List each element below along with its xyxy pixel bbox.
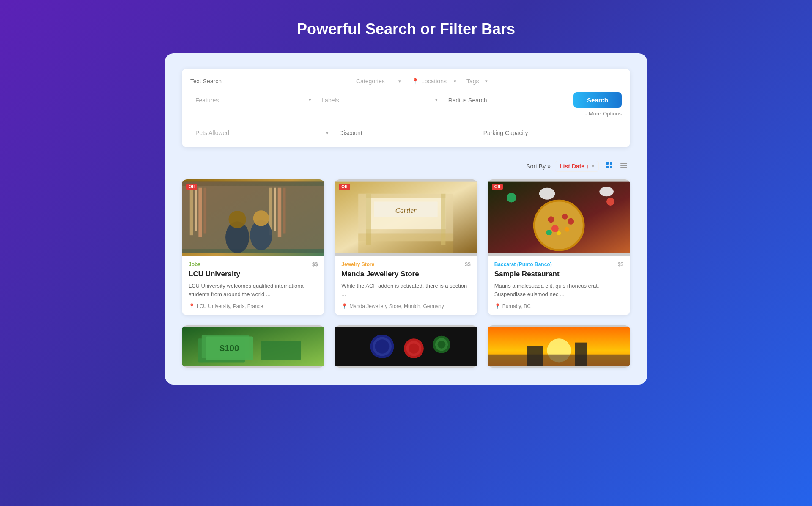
card-3-title: Sample Restaurant xyxy=(494,270,623,278)
svg-rect-16 xyxy=(278,188,281,237)
sort-value: List Date ↓ xyxy=(560,163,589,170)
location-icon: 📍 xyxy=(411,78,419,85)
svg-point-53 xyxy=(375,339,390,354)
labels-chevron: ▾ xyxy=(435,97,438,103)
labels-dropdown[interactable]: Labels ▾ xyxy=(316,94,443,106)
features-dropdown[interactable]: Features ▾ xyxy=(190,94,316,106)
card-2-category: Jewelry Store xyxy=(341,261,374,267)
cards-grid-bottom: $100 xyxy=(182,325,630,368)
svg-rect-29 xyxy=(359,233,454,253)
pets-chevron: ▾ xyxy=(326,130,329,136)
card-sample-restaurant[interactable]: Off Baccarat (Punto Banco) $$ Sample Res… xyxy=(488,179,630,315)
svg-rect-5 xyxy=(620,165,627,166)
card-3-badge: Off xyxy=(492,184,503,190)
tags-dropdown[interactable]: Tags ▾ xyxy=(461,75,622,87)
card-1-title: LCU University xyxy=(189,270,318,278)
grid-view-button[interactable] xyxy=(603,160,616,173)
card-2-desc: While the ACF addon is activated, there … xyxy=(341,282,470,298)
sort-arrow: » xyxy=(547,163,551,170)
card-2-title: Manda Jewellery Store xyxy=(341,270,470,278)
card-1-location: 📍 LCU University, Paris, France xyxy=(189,303,318,309)
categories-dropdown[interactable]: Categories ▾ xyxy=(351,75,406,87)
svg-point-39 xyxy=(557,231,561,235)
svg-rect-11 xyxy=(195,188,197,231)
card-1-body: Jobs $$ LCU University LCU University we… xyxy=(182,256,324,315)
card-3-desc: Mauris a malesuada elit, quis rhoncus er… xyxy=(494,282,623,298)
svg-rect-12 xyxy=(198,188,202,237)
card-manda-jewellery[interactable]: Cartier Off Jewelry Store $$ Manda Jewel… xyxy=(335,179,477,315)
svg-point-43 xyxy=(606,198,614,206)
locations-dropdown[interactable]: 📍 Locations ▾ xyxy=(406,75,461,87)
card-image-2: Cartier Off xyxy=(335,179,477,256)
card-2-body: Jewelry Store $$ Manda Jewellery Store W… xyxy=(335,256,477,315)
tags-chevron: ▾ xyxy=(485,79,488,84)
svg-rect-10 xyxy=(190,188,193,235)
card-3-price: $$ xyxy=(618,261,623,267)
card-2-meta: Jewelry Store $$ xyxy=(341,261,470,267)
sort-chevron: ▾ xyxy=(592,164,594,169)
card-3-meta: Baccarat (Punto Banco) $$ xyxy=(494,261,623,267)
card-1-location-text: LCU University, Paris, France xyxy=(197,303,263,309)
svg-rect-2 xyxy=(606,166,609,168)
card-bottom-image-3 xyxy=(488,325,630,368)
list-view-button[interactable] xyxy=(617,160,630,173)
card-3-location-text: Burnaby, BC xyxy=(502,303,531,309)
svg-point-38 xyxy=(568,218,574,225)
card-image-3: Off xyxy=(488,179,630,256)
cards-grid: Off Jobs $$ LCU University LCU Universit… xyxy=(182,179,630,315)
svg-rect-6 xyxy=(620,167,627,168)
card-bottom-1[interactable]: $100 xyxy=(182,325,324,368)
card-1-price: $$ xyxy=(312,261,318,267)
svg-point-34 xyxy=(562,214,568,220)
card-2-price: $$ xyxy=(465,261,470,267)
card-2-location-icon: 📍 xyxy=(341,303,348,309)
features-chevron: ▾ xyxy=(309,97,311,103)
svg-rect-1 xyxy=(610,162,612,165)
svg-rect-0 xyxy=(606,162,609,165)
more-options-row: - More Options xyxy=(190,110,622,117)
more-options-link[interactable]: - More Options xyxy=(585,110,622,117)
radius-search-input[interactable] xyxy=(443,94,569,106)
categories-chevron: ▾ xyxy=(398,79,401,84)
locations-chevron: ▾ xyxy=(454,79,456,84)
card-1-desc: LCU University welcomes qualified intern… xyxy=(189,282,318,298)
text-search-input[interactable] xyxy=(190,78,340,85)
card-bottom-image-2 xyxy=(335,325,477,368)
svg-rect-17 xyxy=(283,188,286,234)
card-lcu-university[interactable]: Off Jobs $$ LCU University LCU Universit… xyxy=(182,179,324,315)
svg-point-33 xyxy=(548,216,554,223)
pets-label: Pets Allowed xyxy=(195,129,229,136)
search-button[interactable]: Search xyxy=(573,92,622,108)
card-3-body: Baccarat (Punto Banco) $$ Sample Restaur… xyxy=(488,256,630,315)
svg-point-41 xyxy=(599,187,614,196)
main-container: Categories ▾ 📍 Locations ▾ Tags ▾ Featur… xyxy=(165,53,647,385)
card-2-location: 📍 Manda Jewellery Store, Munich, Germany xyxy=(341,303,470,309)
svg-rect-49 xyxy=(261,341,301,360)
svg-point-21 xyxy=(253,210,269,226)
discount-input[interactable] xyxy=(334,127,478,139)
search-bar: Categories ▾ 📍 Locations ▾ Tags ▾ Featur… xyxy=(182,69,630,147)
card-bottom-3[interactable] xyxy=(488,325,630,368)
svg-point-56 xyxy=(409,344,419,354)
text-search-wrap[interactable] xyxy=(190,78,346,85)
svg-point-19 xyxy=(229,211,246,228)
pets-allowed-dropdown[interactable]: Pets Allowed ▾ xyxy=(190,127,334,139)
card-bottom-image-1: $100 xyxy=(182,325,324,368)
svg-rect-13 xyxy=(204,188,207,234)
sort-by-text: Sort By xyxy=(526,163,546,170)
parking-capacity-input[interactable] xyxy=(478,127,622,139)
sort-select-dropdown[interactable]: List Date ↓ ▾ xyxy=(555,161,599,172)
svg-point-42 xyxy=(507,193,516,202)
categories-label: Categories xyxy=(356,78,385,85)
search-row-1: Categories ▾ 📍 Locations ▾ Tags ▾ xyxy=(190,75,622,87)
svg-point-35 xyxy=(551,225,559,232)
card-1-meta: Jobs $$ xyxy=(189,261,318,267)
svg-rect-4 xyxy=(620,163,627,164)
page-title: Powerful Search or Filter Bars xyxy=(297,0,515,53)
card-image-1: Off xyxy=(182,179,324,256)
sort-bar: Sort By » List Date ↓ ▾ xyxy=(182,156,630,179)
card-bottom-2[interactable] xyxy=(335,325,477,368)
labels-label: Labels xyxy=(321,97,339,104)
svg-rect-63 xyxy=(575,343,587,366)
features-label: Features xyxy=(195,97,219,104)
